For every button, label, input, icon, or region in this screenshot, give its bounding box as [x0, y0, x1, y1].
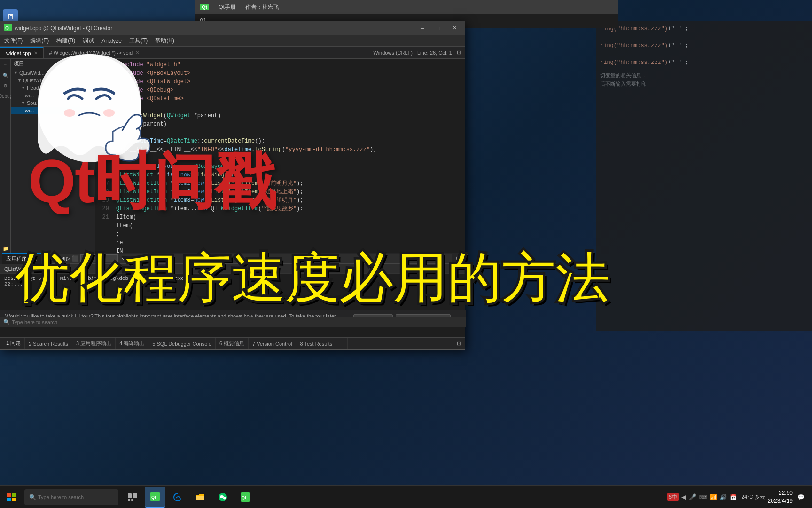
- code-line-9: {: [116, 128, 461, 137]
- bpt-vc[interactable]: 7 Version Control: [249, 338, 296, 349]
- code-line-20: QListWidgetItem *item...new Ql WwidgetIt…: [116, 205, 461, 213]
- code-line-in: IN: [116, 247, 461, 253]
- code-line-6: [116, 103, 461, 111]
- toolbar-run[interactable]: ▶: [45, 255, 49, 262]
- code-lines: 17 18 19 20 21 22 #include "widget.h" #i…: [95, 59, 465, 253]
- app-label: QListWidget ■: [4, 266, 37, 272]
- window-controls: ─ □ ✕: [416, 24, 461, 33]
- code-content[interactable]: #include "widget.h" #include <QHBoxLayou…: [112, 59, 465, 253]
- tray-mic-icon[interactable]: 🎤: [689, 493, 696, 500]
- bpt-problems[interactable]: 1 问题: [2, 338, 25, 349]
- menu-analyze[interactable]: Analyze: [98, 35, 125, 46]
- tray-volume-icon[interactable]: 🔊: [720, 494, 727, 500]
- output-filter[interactable]: [80, 254, 118, 262]
- menu-debug[interactable]: 调试: [79, 35, 98, 46]
- side-code-line-3: ring("hh:mm:ss.zzz")+" " ;: [600, 41, 808, 50]
- bottom-tab-output[interactable]: 应用程序输出: [2, 253, 41, 264]
- sidebar-icon-bottom[interactable]: 📁: [1, 244, 10, 253]
- line-numbers: 17 18 19 20 21 22: [95, 59, 112, 253]
- tab-close-function[interactable]: ✕: [135, 50, 139, 55]
- tab-close-active[interactable]: ✕: [34, 50, 38, 56]
- bpt-add[interactable]: +: [336, 338, 347, 349]
- taskbar-apps: Qt Qt: [122, 487, 256, 508]
- taskbar-app-qt2[interactable]: Qt: [235, 487, 256, 508]
- project-tree: 项目 ▼ QListWid... ▼ QListWi... ▼ Head... …: [11, 59, 95, 253]
- code-line-5: #include <QDateTime>: [116, 95, 461, 103]
- locate-icon: 🔍: [3, 319, 10, 325]
- bpt-compile[interactable]: 4 编译输出: [116, 338, 148, 349]
- tree-header: 项目: [11, 59, 95, 69]
- tray-audio-icon[interactable]: ◀: [681, 493, 686, 500]
- qt-manual-header: Qt Qt手册 作者：杜宏飞: [195, 0, 618, 14]
- code-editor[interactable]: 17 18 19 20 21 22 #include "widget.h" #i…: [95, 59, 465, 253]
- menu-build[interactable]: 构建(B): [53, 35, 79, 46]
- menubar: 文件(F) 编辑(E) 构建(B) 调试 Analyze 工具(T) 帮助(H): [0, 35, 465, 47]
- taskbar-task-view[interactable]: [122, 487, 143, 508]
- tree-label-sources: Sou...: [27, 100, 40, 106]
- code-line-12: [116, 154, 461, 162]
- tray-keyboard-icon[interactable]: ⌨: [699, 494, 707, 500]
- menu-help[interactable]: 帮助(H): [151, 35, 178, 46]
- sidebar-icon-debug[interactable]: Debug: [1, 92, 10, 100]
- taskbar-app-explorer[interactable]: [190, 487, 211, 508]
- tray-sogou[interactable]: S中: [667, 493, 679, 501]
- bpt-summary[interactable]: 6 概要信息: [216, 338, 249, 349]
- taskbar-app-wechat[interactable]: [212, 487, 233, 508]
- bottom-resize[interactable]: ⊡: [453, 255, 463, 262]
- locate-input[interactable]: [12, 319, 87, 325]
- start-button[interactable]: [0, 486, 23, 508]
- svg-text:Qt: Qt: [5, 25, 10, 30]
- toolbar-sub[interactable]: −: [127, 255, 130, 261]
- svg-rect-8: [12, 498, 16, 501]
- tree-item-headers[interactable]: ▼ Head...: [11, 84, 95, 92]
- sidebar-icon-search[interactable]: 🔍: [1, 71, 10, 79]
- svg-text:Qt: Qt: [151, 495, 156, 500]
- window-title: widget.cpp @ QListWidget - Qt Creator: [15, 25, 416, 32]
- bpt-sql[interactable]: 5 SQL Debugger Console: [148, 338, 216, 349]
- tree-label-wi2: wi...: [25, 108, 34, 113]
- toolbar-clear[interactable]: ⬛: [72, 255, 78, 262]
- tab-widget-cpp[interactable]: widget.cpp ✕: [0, 47, 44, 58]
- tree-item-sources[interactable]: ▼ Sou...: [11, 99, 95, 107]
- menu-file[interactable]: 文件(F): [0, 35, 26, 46]
- toolbar-skip[interactable]: ◀: [61, 255, 64, 262]
- svg-point-18: [223, 497, 226, 499]
- tab-label-active: widget.cpp: [6, 50, 31, 56]
- resize-icon: ⊡: [457, 49, 461, 56]
- sidebar-icon-project[interactable]: ≡: [1, 61, 10, 69]
- tray-calendar-icon[interactable]: 📅: [730, 494, 737, 500]
- tab-widget-function[interactable]: # Widget::Widget(QWidget *) -> void ✕: [44, 47, 146, 58]
- side-code-line-1: ring("hh:mm:ss.zzz")+" " ;: [600, 24, 808, 33]
- menu-tools[interactable]: 工具(T): [125, 35, 151, 46]
- output-line-1: Desktop_Qt_5_14_2_MinGW_32_bit-Debug\deb…: [4, 276, 461, 281]
- taskbar-app-edge[interactable]: [167, 487, 188, 508]
- taskbar-search[interactable]: 🔍: [24, 489, 118, 505]
- minimize-button[interactable]: ─: [416, 24, 429, 33]
- toolbar-record[interactable]: ●: [56, 255, 59, 261]
- taskbar-tray: S中 ◀ 🎤 ⌨ 📶 🔊 📅 24°C 多云 22:50 2023/4/19 💬: [667, 486, 812, 508]
- close-button[interactable]: ✕: [448, 24, 461, 33]
- toolbar-next[interactable]: ▷: [66, 255, 70, 262]
- sidebar-icon-build[interactable]: ⚙: [1, 81, 10, 90]
- status-resize-icon[interactable]: ⊡: [457, 341, 461, 347]
- bottom-panel-tabs: 1 问题 2 Search Results 3 应用程序输出 4 编译输出 5 …: [0, 337, 465, 349]
- menu-edit[interactable]: 编辑(E): [26, 35, 53, 46]
- taskbar-app-qt[interactable]: Qt: [145, 487, 165, 508]
- bpt-tests[interactable]: 8 Test Results: [296, 338, 336, 349]
- tree-item-wi1[interactable]: wi...: [11, 92, 95, 99]
- tray-clock[interactable]: 22:50 2023/4/19: [768, 489, 793, 505]
- tree-item-wi2[interactable]: wi...: [11, 107, 95, 114]
- side-code-line-4: [600, 50, 808, 58]
- tray-network-icon[interactable]: 📶: [710, 494, 717, 500]
- bpt-output[interactable]: 3 应用程序输出: [72, 338, 116, 349]
- taskbar-search-input[interactable]: [38, 494, 109, 500]
- bpt-search[interactable]: 2 Search Results: [25, 338, 72, 349]
- maximize-button[interactable]: □: [432, 24, 445, 33]
- tree-item-root[interactable]: ▼ QListWid...: [11, 69, 95, 77]
- toolbar-stop[interactable]: ■: [51, 255, 54, 261]
- toolbar-add[interactable]: +: [122, 255, 125, 261]
- tree-item-qlistwi[interactable]: ▼ QListWi...: [11, 77, 95, 84]
- side-code-panel: ring("hh:mm:ss.zzz")+" " ; ring("hh:mm:s…: [596, 21, 812, 331]
- code-line-1: #include "widget.h": [116, 61, 461, 69]
- tray-notification-icon[interactable]: 💬: [797, 494, 804, 500]
